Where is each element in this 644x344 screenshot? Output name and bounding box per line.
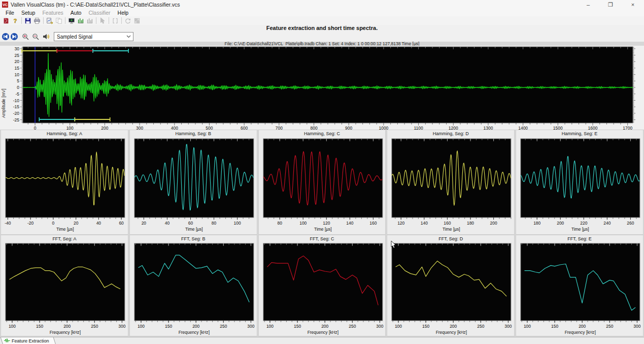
x-tick-label: 0: [34, 126, 37, 130]
measure-tool-icon[interactable]: [111, 17, 120, 24]
x-tick-label: 120: [398, 221, 405, 226]
x-tick-label: 300: [247, 324, 254, 329]
minimize-button[interactable]: –: [577, 0, 599, 9]
plot-title: FFT, Seg: A: [1, 235, 128, 242]
menu-setup[interactable]: Setup: [18, 10, 39, 16]
x-tick-label: 250: [349, 324, 356, 329]
x-tick-label: 300: [118, 324, 125, 329]
fft-plot-B[interactable]: 100150200250300Frequency [kHz]: [130, 242, 257, 335]
hamming-panel-A: Hamming, Seg: A-40-200204060Time [µs]: [1, 130, 128, 235]
x-tick-label: 400: [171, 126, 178, 130]
fft-plot-D[interactable]: 100150200250300Frequency [kHz]: [387, 242, 514, 335]
export-signal-icon[interactable]: [45, 17, 54, 24]
x-tick-label: 1500: [553, 126, 563, 130]
prev-set-button[interactable]: [2, 33, 9, 40]
x-tick-label: 160: [444, 221, 451, 226]
hamming-plot-B[interactable]: 20406080100Time [µs]: [130, 137, 257, 233]
menu-features[interactable]: Features: [39, 10, 66, 16]
sampled-signal-plot[interactable]: 302520151050-5-10-15-20-2501002003004005…: [0, 46, 644, 130]
tab-feature-extraction[interactable]: Feature Extraction: [1, 337, 56, 344]
zoom-in-button[interactable]: [21, 33, 29, 41]
classifier-grid-icon[interactable]: [132, 17, 142, 24]
zoom-out-button[interactable]: [31, 33, 40, 41]
toolbar: ?: [0, 16, 644, 25]
fft-panel-A: FFT, Seg: A100150200250300Frequency [kHz…: [1, 235, 128, 336]
title-bar: VC Vallen VisualClass (tm) - C:\AE-Data\…: [0, 0, 644, 10]
fft-panel-E: FFT, Seg: E100150200250300Frequency [kHz…: [516, 235, 643, 336]
x-tick-label: 1000: [379, 126, 388, 130]
menu-classifier[interactable]: Classifier: [85, 10, 114, 16]
y-tick-label: -10: [13, 98, 20, 103]
x-tick-label: 150: [36, 324, 43, 329]
x-tick-label: 200: [101, 126, 108, 130]
hamming-plot-C[interactable]: 80100120140160Time [µs]: [259, 137, 386, 233]
close-button[interactable]: ×: [622, 0, 644, 9]
hamming-row: Hamming, Seg: A-40-200204060Time [µs]Ham…: [0, 130, 644, 235]
x-tick-label: 100: [138, 324, 145, 329]
fft-plot-C[interactable]: 100150200250300Frequency [kHz]: [259, 242, 386, 335]
x-tick-label: 180: [533, 221, 540, 226]
bottom-tab-bar: Feature Extraction: [0, 337, 644, 344]
x-axis-label: Frequency [kHz]: [565, 330, 596, 335]
x-tick-label: 100: [395, 324, 402, 329]
copy-icon[interactable]: [54, 17, 63, 24]
pointer-tool-icon[interactable]: [98, 17, 107, 24]
y-tick-label: 5: [17, 78, 19, 83]
app-logo: VC: [2, 2, 8, 8]
x-tick-label: 700: [276, 126, 283, 130]
signal-select[interactable]: Sampled Signal: [54, 32, 133, 41]
plot-title: FFT, Seg: C: [259, 235, 386, 242]
menu-help[interactable]: Help: [114, 10, 132, 16]
x-tick-label: 100: [66, 126, 74, 130]
help-contents-icon[interactable]: [2, 17, 11, 24]
fft-plot-A[interactable]: 100150200250300Frequency [kHz]: [1, 242, 128, 335]
x-tick-label: 250: [220, 324, 227, 329]
x-tick-label: 100: [9, 324, 16, 329]
control-bar: Sampled Signal: [0, 32, 644, 42]
x-tick-label: 300: [136, 126, 143, 130]
x-tick-label: 1600: [588, 126, 598, 130]
hamming-plot-E[interactable]: 180200220240260Time [µs]: [516, 137, 643, 233]
x-axis-label: Time [µs]: [56, 227, 74, 232]
fft-panel-C: FFT, Seg: C100150200250300Frequency [kHz…: [258, 235, 386, 336]
maximize-button[interactable]: ❐: [599, 0, 622, 9]
x-tick-label: 40: [96, 221, 101, 226]
hamming-panel-B: Hamming, Seg: B20406080100Time [µs]: [129, 130, 257, 235]
feature-clear-icon[interactable]: [85, 17, 94, 24]
display-settings-icon[interactable]: [67, 17, 76, 24]
x-tick-label: 180: [467, 221, 474, 226]
y-tick-label: -20: [13, 111, 20, 116]
x-tick-label: 200: [63, 324, 71, 329]
x-tick-label: 1200: [449, 126, 458, 130]
menu-file[interactable]: File: [2, 10, 18, 16]
speaker-icon[interactable]: [42, 33, 50, 41]
hamming-panel-E: Hamming, Seg: E180200220240260Time [µs]: [516, 130, 643, 235]
next-set-button[interactable]: [11, 33, 18, 40]
context-help-icon[interactable]: ?: [11, 17, 20, 24]
save-icon[interactable]: [23, 17, 32, 24]
plot-title: FFT, Seg: B: [130, 235, 257, 242]
y-tick-label: 0: [17, 85, 19, 90]
menu-bar: FileSetupFeaturesAutoClassifierHelp: [0, 9, 644, 16]
x-tick-label: 60: [188, 221, 193, 226]
hamming-plot-D[interactable]: 120140160180200Time [µs]: [387, 137, 514, 233]
x-axis-label: Frequency [kHz]: [307, 330, 338, 335]
x-tick-label: 250: [91, 324, 98, 329]
reload-icon[interactable]: [123, 17, 132, 24]
feature-extraction-icon[interactable]: [76, 17, 85, 24]
menu-auto[interactable]: Auto: [67, 10, 85, 16]
print-icon[interactable]: [32, 17, 42, 24]
hamming-plot-A[interactable]: -40-200204060Time [µs]: [1, 137, 128, 233]
fft-row: FFT, Seg: A100150200250300Frequency [kHz…: [0, 235, 644, 336]
x-tick-label: 100: [299, 221, 307, 226]
sampled-signal-plot-panel: Amplitude [mV] 302520151050-5-10-15-20-2…: [0, 46, 644, 130]
x-tick-label: 200: [490, 221, 497, 226]
x-tick-label: 0: [52, 221, 55, 226]
x-tick-label: 140: [421, 221, 428, 226]
fft-plot-E[interactable]: 100150200250300Frequency [kHz]: [516, 242, 643, 335]
x-axis-label: Time [µs]: [185, 227, 203, 232]
y-tick-label: 30: [15, 46, 20, 51]
x-tick-label: 200: [450, 324, 457, 329]
x-tick-label: 20: [74, 221, 79, 226]
x-tick-label: 250: [606, 324, 613, 329]
